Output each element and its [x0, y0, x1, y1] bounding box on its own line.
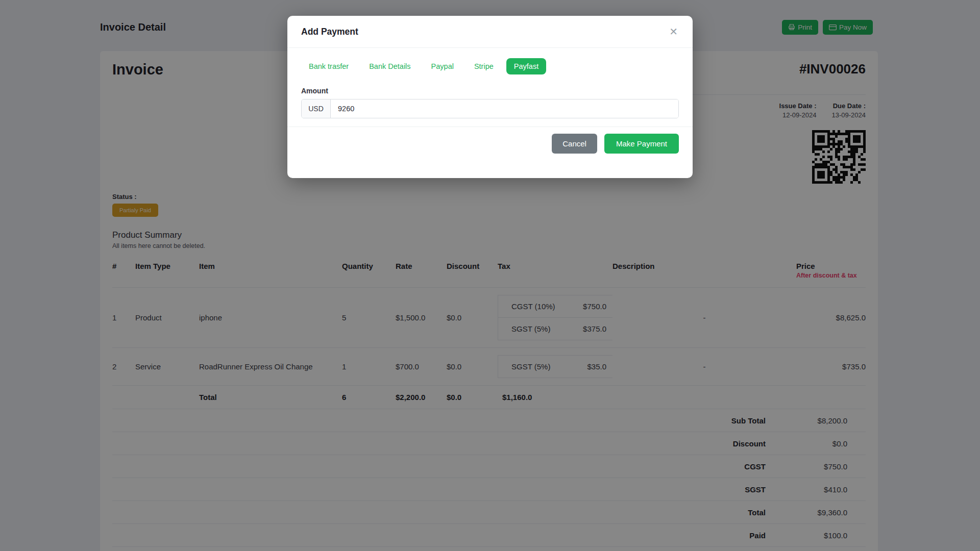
- tab-payfast[interactable]: Payfast: [506, 58, 546, 74]
- make-payment-button[interactable]: Make Payment: [604, 134, 679, 154]
- modal-footer: Cancel Make Payment: [287, 127, 693, 178]
- tab-bank-details[interactable]: Bank Details: [361, 58, 418, 74]
- tab-paypal[interactable]: Paypal: [424, 58, 461, 74]
- amount-input[interactable]: [331, 99, 678, 118]
- modal-header: Add Payment ✕: [287, 16, 693, 48]
- modal-title: Add Payment: [301, 27, 358, 37]
- add-payment-modal: Add Payment ✕ Bank trasfer Bank Details …: [287, 16, 693, 178]
- amount-label: Amount: [301, 87, 679, 95]
- tab-stripe[interactable]: Stripe: [467, 58, 501, 74]
- amount-input-group: USD: [301, 99, 679, 118]
- payment-method-tabs: Bank trasfer Bank Details Paypal Stripe …: [301, 58, 679, 74]
- tab-bank-transfer[interactable]: Bank trasfer: [301, 58, 356, 74]
- close-icon[interactable]: ✕: [668, 26, 679, 38]
- invoice-detail-page: Invoice Detail Print Pay Now Invoice #IN…: [0, 0, 980, 551]
- cancel-button[interactable]: Cancel: [552, 134, 597, 154]
- currency-prefix: USD: [302, 99, 331, 118]
- modal-body: Bank trasfer Bank Details Paypal Stripe …: [287, 48, 693, 127]
